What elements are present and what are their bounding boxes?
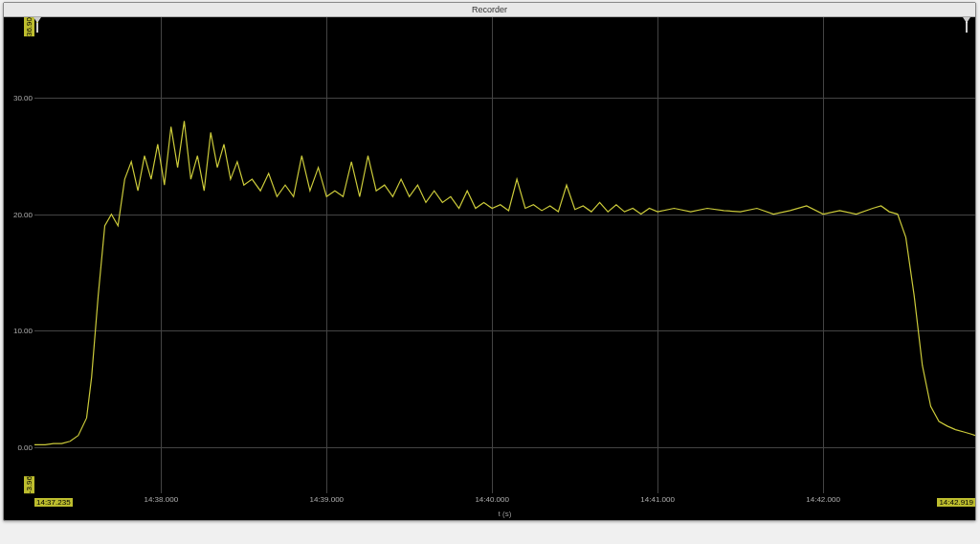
y-tick: 20.00	[13, 210, 33, 218]
x-tick: 14:38.000	[145, 495, 179, 504]
x-tick: 14:39.000	[309, 495, 344, 504]
x-axis-label: t (s)	[499, 510, 512, 518]
y-axis: 36.90 -3.96 Chamber pressure (bar) 0.001…	[4, 17, 34, 493]
pressure-trace	[34, 121, 975, 444]
x-tick: 14:41.000	[640, 495, 675, 504]
x-max-marker: 14:42.919	[937, 498, 975, 507]
y-tick: 30.00	[13, 93, 33, 102]
window-title: Recorder	[4, 3, 975, 17]
y-tick: 10.00	[13, 327, 33, 335]
y-min-marker: -3.96	[24, 476, 34, 493]
x-axis: 14:37.235 14:42.919 t (s) 14:38.00014:39…	[34, 493, 975, 520]
cursor-start-marker[interactable]	[36, 17, 38, 33]
cursor-end-marker[interactable]	[966, 17, 968, 33]
x-min-marker: 14:37.235	[34, 498, 73, 507]
recorder-window: Recorder 36.90 -3.96 Chamber pressure (b…	[3, 2, 976, 521]
plot-area[interactable]: 36.90 -3.96 Chamber pressure (bar) 0.001…	[4, 17, 975, 520]
chart-trace-svg	[34, 17, 975, 493]
y-tick: 0.00	[17, 442, 33, 451]
x-tick: 14:42.000	[806, 495, 840, 504]
x-tick: 14:40.000	[475, 495, 509, 504]
